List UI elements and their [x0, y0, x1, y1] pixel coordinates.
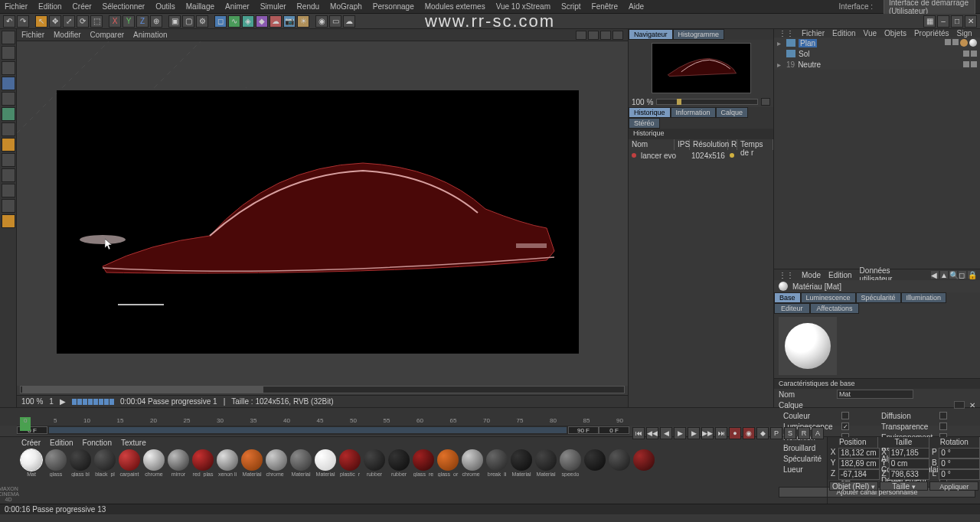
material-preview[interactable]: [774, 314, 980, 378]
material-swatch[interactable]: Mat: [20, 449, 43, 480]
menu-aide[interactable]: Aide: [629, 2, 644, 11]
y-axis-icon[interactable]: Y: [122, 15, 135, 28]
spline-icon[interactable]: ∿: [228, 15, 240, 28]
material-swatch[interactable]: carpaint: [118, 449, 141, 480]
disclosure-icon[interactable]: ▸: [777, 60, 783, 69]
texture-mode-icon[interactable]: [2, 122, 15, 136]
menu-selectionner[interactable]: Sélectionner: [103, 2, 145, 11]
material-swatch[interactable]: chrome_: [265, 449, 288, 480]
material-swatch[interactable]: Material: [289, 449, 312, 480]
axis-mode-icon[interactable]: [2, 61, 15, 75]
render-view-icon[interactable]: ▣: [168, 15, 181, 28]
nav-back-icon[interactable]: ◀: [931, 271, 939, 279]
om-edition[interactable]: Edition: [832, 29, 856, 38]
render-toggle-icon[interactable]: [971, 51, 977, 57]
navigator-thumbnail[interactable]: [652, 43, 751, 93]
vis-toggle-icon[interactable]: [963, 61, 969, 67]
menu-edition[interactable]: Edition: [38, 2, 62, 11]
material-tag-icon[interactable]: [969, 39, 977, 47]
menu-maillage[interactable]: Maillage: [186, 2, 214, 11]
scale-tool-icon[interactable]: ⤢: [63, 15, 75, 28]
phong-tag-icon[interactable]: [960, 39, 968, 47]
poly-mode-icon[interactable]: [2, 107, 15, 121]
edge-mode-icon[interactable]: [2, 92, 15, 106]
menu-vue[interactable]: Vue 10 xStream: [496, 2, 550, 11]
rot-p-field[interactable]: 0 °: [939, 448, 980, 458]
material-swatch[interactable]: glass bl: [69, 449, 92, 480]
om-sign[interactable]: Sign: [957, 29, 972, 38]
layer-swatch[interactable]: [954, 401, 965, 409]
mtab-spec[interactable]: Spécularité: [856, 292, 901, 303]
tab-historique[interactable]: Historique: [629, 107, 671, 118]
quantize-icon[interactable]: [2, 184, 15, 197]
menu-mograph[interactable]: MoGraph: [330, 2, 362, 11]
om-proprietes[interactable]: Propriétés: [914, 29, 949, 38]
nom-input[interactable]: [837, 390, 913, 399]
move-tool-icon[interactable]: ✥: [49, 15, 61, 28]
size-z-field[interactable]: 798,633 cm: [889, 469, 930, 480]
om-objets[interactable]: Objets: [884, 29, 906, 38]
tweak-icon[interactable]: [2, 214, 15, 228]
material-swatch[interactable]: glass_or: [436, 449, 459, 480]
x-axis-icon[interactable]: X: [109, 15, 121, 28]
snap-icon[interactable]: [2, 153, 15, 167]
object-row-plan[interactable]: ▸ Plan: [774, 38, 980, 48]
vis-toggle-icon[interactable]: [945, 39, 951, 45]
tab-histogramme[interactable]: Histogramme: [673, 29, 725, 40]
maximize-icon[interactable]: □: [951, 15, 963, 28]
material-swatch[interactable]: rubber: [387, 449, 410, 480]
material-swatch[interactable]: speedo: [559, 449, 582, 480]
nav-zoom-fit-icon[interactable]: [761, 98, 770, 106]
environment-icon[interactable]: ☁: [270, 15, 282, 28]
mb-edition[interactable]: Edition: [50, 439, 74, 447]
history-row[interactable]: lancer evo 1024x516: [629, 150, 773, 161]
pv-full-icon[interactable]: [600, 31, 611, 40]
close-icon[interactable]: ✕: [965, 15, 977, 28]
menu-animer[interactable]: Animer: [225, 2, 250, 11]
mb-creer[interactable]: Créer: [21, 439, 41, 447]
light-icon[interactable]: ☀: [297, 15, 309, 28]
pos-y-field[interactable]: 182,69 cm: [838, 458, 880, 469]
mtab-luminescence[interactable]: Luminescence: [801, 292, 856, 303]
material-swatch[interactable]: [632, 449, 655, 480]
viewport-hscroll[interactable]: [20, 386, 625, 393]
mb-texture[interactable]: Texture: [121, 439, 146, 447]
mtab-affect[interactable]: Affectations: [810, 303, 860, 314]
point-mode-icon[interactable]: [2, 77, 15, 90]
material-swatch[interactable]: break_li: [485, 449, 508, 480]
material-swatch[interactable]: mirror: [167, 449, 190, 480]
disclosure-icon[interactable]: ▸: [777, 39, 783, 47]
mb-fonction[interactable]: Fonction: [83, 439, 112, 447]
ch-diff-chk[interactable]: [939, 412, 947, 419]
material-swatch[interactable]: Material: [240, 449, 263, 480]
rotate-tool-icon[interactable]: ⟳: [77, 15, 89, 28]
material-swatch[interactable]: Material: [534, 449, 557, 480]
menu-rendu[interactable]: Rendu: [297, 2, 319, 11]
pv-filter-icon[interactable]: [588, 31, 599, 40]
object-row-sol[interactable]: Sol: [774, 48, 980, 59]
menu-personnage[interactable]: Personnage: [373, 2, 414, 11]
layout-icon[interactable]: ▦: [923, 15, 936, 28]
undo-icon[interactable]: ↶: [3, 15, 15, 28]
nav-zoom-slider[interactable]: [656, 99, 758, 105]
material-swatch[interactable]: glass_re: [412, 449, 435, 480]
pos-z-field[interactable]: -67,184 cm: [838, 469, 880, 480]
size-x-field[interactable]: 197,185 cm: [889, 448, 930, 458]
tab-stereo[interactable]: Stéréo: [629, 118, 660, 129]
tab-information[interactable]: Information: [671, 107, 716, 118]
material-swatch[interactable]: Material: [314, 449, 337, 480]
pv-fichier[interactable]: Fichier: [21, 31, 44, 39]
world-axis-icon[interactable]: ⊕: [150, 15, 162, 28]
apply-button[interactable]: Appliquer: [929, 481, 978, 491]
material-swatch[interactable]: black_pl: [93, 449, 116, 480]
size-mode-dropdown[interactable]: Taille ▾: [880, 481, 929, 491]
cube-icon[interactable]: ◻: [214, 15, 227, 28]
ch-couleur-chk[interactable]: [841, 412, 849, 419]
render-region-icon[interactable]: ▢: [182, 15, 194, 28]
sky-icon[interactable]: ☁: [343, 15, 355, 28]
am-edition[interactable]: Edition: [828, 271, 852, 279]
tag-icon[interactable]: ◉: [315, 15, 328, 28]
material-swatch[interactable]: plastic_r: [338, 449, 361, 480]
locked-icon[interactable]: [2, 199, 15, 213]
range-end-field[interactable]: 90 F: [568, 426, 599, 434]
